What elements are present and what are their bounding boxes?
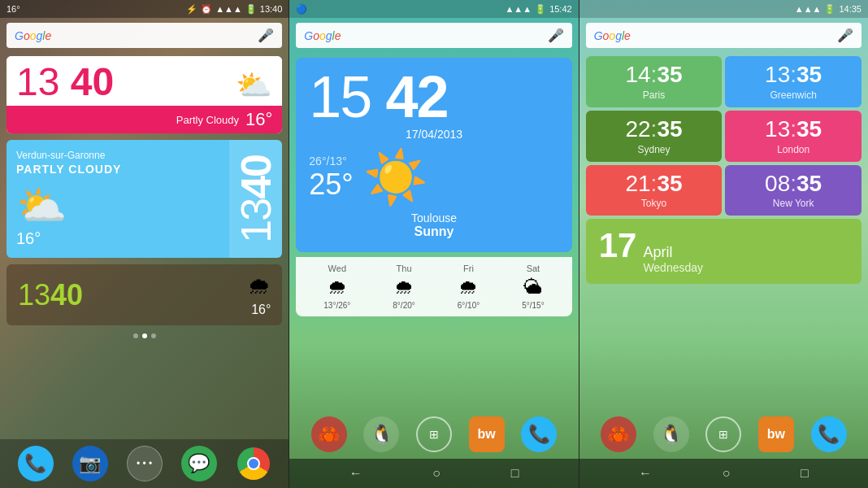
weather-vertical-clock: 1340 (235, 155, 277, 243)
big-date-display: 17/04/2013 (309, 128, 558, 141)
big-clock-widget[interactable]: 15 42 17/04/2013 26°/13° 25° ☀️ Toulouse… (296, 58, 571, 252)
dock3-icon-bird[interactable]: 🐧 (653, 416, 689, 452)
dock-chrome-button[interactable] (236, 446, 271, 481)
wifi-icon-2: ▲▲▲ (505, 4, 532, 14)
status-left-2: 🔵 (296, 4, 307, 15)
phone-2: 🔵 ▲▲▲ 🔋 15:42 Google 🎤 15 42 17/04/2013 … (289, 0, 578, 488)
forecast-icon-1: 🌧 (394, 276, 414, 298)
forecast-fri: Fri 🌧 6°/10° (458, 264, 480, 310)
dock-camera-button[interactable]: 📷 (72, 446, 108, 481)
phone3-dock: 🦀 🐧 ⊞ bw 📞 (579, 410, 868, 459)
widget-clock-pink[interactable]: 13 40 ⛅ Partly Cloudy 16° (7, 56, 282, 133)
apps-icon: • • • (137, 458, 152, 469)
mic-icon-1[interactable]: 🎤 (258, 28, 274, 43)
dock-icon-apps-2[interactable]: ⊞ (416, 416, 452, 452)
paris-time: 14:35 (625, 63, 682, 88)
newyork-label: New York (773, 198, 814, 209)
nav-home-2[interactable]: ○ (432, 466, 441, 481)
alarm-icon: ⏰ (201, 4, 212, 15)
dock-icon-bw[interactable]: bw (469, 416, 505, 452)
dock3-icon-bw[interactable]: bw (758, 416, 794, 452)
bluetooth-icon-2: 🔵 (296, 4, 307, 15)
clock-tile-paris[interactable]: 14:35 Paris (586, 56, 723, 107)
google-logo-1: Google (15, 29, 51, 42)
status-bar-1: 16° ⚡ ⏰ ▲▲▲ 🔋 13:40 (0, 0, 289, 18)
nav-back-3[interactable]: ← (639, 466, 652, 481)
weather-blue-left: Verdun-sur-Garonne PARTLY CLOUDY ⛅ 16° (7, 140, 229, 258)
nav-back-2[interactable]: ← (349, 466, 362, 481)
forecast-day-name-1: Thu (397, 264, 412, 273)
clock-hour: 13 (16, 60, 59, 103)
wifi-icon-3: ▲▲▲ (795, 4, 822, 14)
clock-min: 40 (71, 60, 114, 103)
greenwich-min: 35 (796, 62, 822, 87)
dock3-icon-crab[interactable]: 🦀 (601, 416, 636, 452)
dot-1 (133, 333, 138, 338)
dock3-icon-phone[interactable]: 📞 (811, 416, 847, 452)
paris-hour: 14 (625, 62, 650, 87)
widget-weather-blue[interactable]: Verdun-sur-Garonne PARTLY CLOUDY ⛅ 16° 1… (7, 140, 282, 258)
clock-top-row: 13 40 ⛅ (7, 56, 282, 106)
greenwich-hour: 13 (765, 62, 790, 87)
forecast-icon-3: 🌥 (523, 276, 543, 298)
camera-icon: 📷 (79, 453, 101, 474)
dock-phone-button[interactable]: 📞 (18, 446, 54, 481)
small-weather-widget: 🌧 16° (248, 272, 271, 317)
dock3-icon-apps[interactable]: ⊞ (705, 416, 741, 452)
widget-small-clock[interactable]: 1340 🌧 16° (7, 264, 282, 325)
dock-apps-button[interactable]: • • • (127, 446, 163, 481)
weather-clock-right: 1340 (229, 140, 282, 258)
weather-description: PARTLY CLOUDY (16, 163, 219, 176)
battery-icon-2: 🔋 (535, 4, 546, 15)
battery-icon: 🔋 (245, 4, 257, 15)
clock-tile-tokyo[interactable]: 21:35 Tokyo (586, 165, 723, 216)
weather-cloud-icon: ⛅ (16, 182, 219, 229)
clock-tile-sydney[interactable]: 22:35 Sydney (586, 111, 723, 162)
dot-3 (151, 333, 156, 338)
weather-temp-bottom: 16° (16, 229, 219, 248)
nav-home-3[interactable]: ○ (723, 466, 731, 481)
weather-city-name: Verdun-sur-Garonne (16, 150, 219, 161)
weather-icon-top: ⛅ (236, 68, 272, 102)
weather-temp-label: 16° (245, 109, 272, 130)
battery-icon-3: 🔋 (824, 4, 835, 15)
bottom-dock-1: 📞 📷 • • • 💬 (0, 439, 289, 488)
clock-tile-newyork[interactable]: 08:35 New York (725, 165, 861, 216)
chrome-inner-circle (247, 457, 260, 470)
mic-icon-2[interactable]: 🎤 (548, 28, 564, 43)
weather-condition-label: Partly Cloudy (176, 114, 239, 126)
dock-icon-crab[interactable]: 🦀 (311, 416, 347, 452)
dock-icon-bird[interactable]: 🐧 (363, 416, 399, 452)
vc-hour: 13 (232, 199, 280, 243)
london-hour: 13 (765, 116, 790, 142)
forecast-icon-0: 🌧 (328, 276, 347, 298)
clock-tile-greenwich[interactable]: 13:35 Greenwich (725, 56, 861, 107)
dock-icon-phone-2[interactable]: 📞 (521, 416, 557, 452)
newyork-min: 35 (796, 171, 822, 196)
big-clock-hour: 15 (309, 64, 371, 129)
tokyo-min: 35 (657, 171, 682, 196)
tokyo-hour: 21 (625, 171, 650, 196)
mic-icon-3[interactable]: 🎤 (837, 28, 853, 43)
google-search-bar-2[interactable]: Google 🎤 (296, 23, 571, 48)
status-right-1: ⚡ ⏰ ▲▲▲ 🔋 13:40 (186, 4, 282, 15)
newyork-time: 08:35 (765, 172, 822, 197)
google-search-bar-1[interactable]: Google 🎤 (7, 23, 282, 48)
status-time-3: 14:35 (839, 4, 861, 14)
clock-tile-london[interactable]: 13:35 London (725, 111, 861, 162)
nav-recents-3[interactable]: □ (801, 466, 809, 481)
phone-1: 16° ⚡ ⏰ ▲▲▲ 🔋 13:40 Google 🎤 13 40 ⛅ Par… (0, 0, 289, 488)
clock-display: 13 40 (16, 63, 114, 102)
nav-recents-2[interactable]: □ (511, 466, 519, 481)
date-tile[interactable]: 17 April Wednesday (586, 219, 861, 284)
forecast-temps-3: 5°/15° (522, 301, 544, 310)
forecast-row: Wed 🌧 13°/26° Thu 🌧 8°/20° Fri 🌧 6°/10° … (296, 257, 571, 316)
status-right-2: ▲▲▲ 🔋 15:42 (505, 4, 571, 15)
dock-hangouts-button[interactable]: 💬 (181, 446, 217, 481)
forecast-icon-2: 🌧 (458, 276, 478, 298)
google-search-bar-3[interactable]: Google 🎤 (586, 23, 861, 48)
phone-icon: 📞 (24, 453, 46, 474)
date-info: April Wednesday (643, 244, 703, 274)
phone-3: ▲▲▲ 🔋 14:35 Google 🎤 14:35 Paris 13:35 G… (579, 0, 868, 488)
sun-icon: ☀️ (363, 147, 428, 208)
